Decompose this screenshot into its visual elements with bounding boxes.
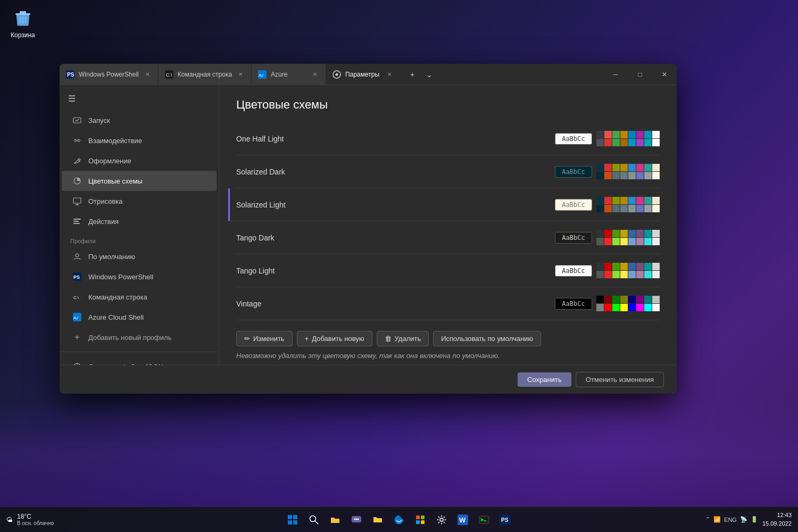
tab-dropdown-button[interactable]: ⌄ — [422, 67, 437, 82]
tab-settings[interactable]: Параметры ✕ — [326, 64, 401, 85]
close-button[interactable]: ✕ — [652, 64, 677, 85]
tab-cmd-close[interactable]: ✕ — [236, 70, 245, 79]
svg-rect-13 — [73, 118, 81, 123]
recycle-bin[interactable]: Корзина — [11, 8, 35, 39]
svg-rect-19 — [73, 221, 79, 222]
terminal2-taskbar-button[interactable]: PS — [496, 510, 515, 529]
cancel-button[interactable]: Отменить изменения — [576, 372, 664, 387]
svg-text:C:\: C:\ — [73, 295, 79, 300]
sidebar-item-color-schemes[interactable]: Цветовые схемы — [62, 171, 217, 191]
folder-button[interactable] — [368, 510, 387, 529]
maximize-button[interactable]: □ — [628, 64, 652, 85]
sidebar-item-cmd-profile[interactable]: C:\ Командная строка — [62, 287, 217, 307]
oform-icon — [72, 156, 82, 165]
sidebar-item-rendering[interactable]: Отрисовка — [62, 191, 217, 211]
swatch-2-5 — [636, 197, 644, 204]
edit-scheme-label: Изменить — [253, 335, 285, 343]
swatch-1-5 — [636, 164, 644, 171]
swatch-4-7 — [652, 263, 660, 270]
swatch-5-12 — [628, 304, 636, 311]
edit-scheme-button[interactable]: ✏ Изменить — [236, 331, 293, 346]
scheme-preview-2: AaBbCc — [555, 197, 660, 212]
sidebar-bottom: Открытие файла JSON — [60, 352, 219, 365]
delete-scheme-button[interactable]: 🗑 Удалить — [377, 331, 429, 346]
swatch-0-4 — [628, 131, 636, 138]
sidebar-item-actions[interactable]: Действия — [62, 211, 217, 231]
swatch-1-8 — [596, 172, 604, 179]
action-buttons: ✏ Изменить + Добавить новую 🗑 Удалить Ис… — [236, 331, 660, 346]
sidebar-item-add-profile[interactable]: + Добавить новый профиль — [62, 327, 217, 347]
lang-label: ENG — [724, 517, 737, 523]
swatch-1-2 — [612, 164, 620, 171]
default-profile-icon — [72, 252, 82, 261]
swatch-3-1 — [604, 230, 612, 237]
hamburger-menu[interactable]: ☰ — [60, 89, 219, 110]
chat-button[interactable] — [347, 510, 366, 529]
terminal-window: PS Windows PowerShell ✕ C:\ Командная ст… — [60, 64, 677, 394]
title-bar: PS Windows PowerShell ✕ C:\ Командная ст… — [60, 64, 677, 85]
start-button[interactable] — [283, 510, 302, 529]
cmd-profile-icon: C:\ — [72, 292, 82, 302]
sidebar-add-profile-label: Добавить новый профиль — [88, 334, 171, 342]
sidebar-item-azure-profile[interactable]: Az Azure Cloud Shell — [62, 307, 217, 327]
swatch-2-3 — [620, 197, 628, 204]
svg-rect-40 — [416, 516, 420, 519]
svg-point-21 — [76, 254, 79, 257]
terminal-taskbar-button[interactable] — [475, 510, 494, 529]
desktop: Корзина PS Windows PowerShell ✕ — [0, 0, 798, 532]
swatch-2-15 — [652, 205, 660, 212]
sidebar-item-vzaimo[interactable]: Взаимодействие — [62, 130, 217, 151]
set-default-scheme-button[interactable]: Использовать по умолчанию — [433, 331, 541, 346]
search-button[interactable] — [304, 510, 323, 529]
svg-rect-31 — [293, 515, 297, 519]
scheme-swatches-0 — [596, 131, 660, 146]
swatch-0-7 — [652, 131, 660, 138]
swatch-3-3 — [620, 230, 628, 237]
chevron-up-icon[interactable]: ⌃ — [705, 516, 710, 523]
cmd-tab-icon: C:\ — [165, 70, 173, 79]
edge-button[interactable] — [389, 510, 409, 529]
minimize-button[interactable]: ─ — [603, 64, 628, 85]
scheme-row-1[interactable]: Solarized DarkAaBbCc — [236, 155, 660, 188]
svg-rect-1 — [20, 11, 26, 13]
save-button[interactable]: Сохранить — [518, 372, 571, 387]
scheme-row-0[interactable]: One Half LightAaBbCc — [236, 122, 660, 155]
swatch-4-10 — [612, 271, 620, 278]
scheme-row-3[interactable]: Tango DarkAaBbCc — [236, 221, 660, 254]
add-scheme-button[interactable]: + Добавить новую — [297, 331, 372, 346]
svg-rect-32 — [288, 520, 292, 525]
tab-powershell-label: Windows PowerShell — [79, 71, 139, 78]
store-button[interactable] — [411, 510, 430, 529]
tab-settings-close[interactable]: ✕ — [385, 70, 394, 79]
sidebar-item-zapusk[interactable]: Запуск — [62, 110, 217, 130]
word-button[interactable]: W — [453, 510, 472, 529]
scheme-row-5[interactable]: VintageAaBbCc — [236, 287, 660, 320]
sidebar-item-powershell-profile[interactable]: PS Windows PowerShell — [62, 267, 217, 287]
scheme-row-4[interactable]: Tango LightAaBbCc — [236, 254, 660, 287]
add-scheme-label: Добавить новую — [312, 335, 364, 343]
swatch-3-13 — [636, 238, 644, 245]
tab-powershell-close[interactable]: ✕ — [143, 70, 152, 79]
sidebar-item-default-profile[interactable]: По умолчанию — [62, 246, 217, 267]
scheme-row-2[interactable]: Solarized LightAaBbCc — [228, 188, 660, 221]
swatch-5-4 — [628, 296, 636, 303]
sidebar-item-open-json[interactable]: Открытие файла JSON — [62, 356, 217, 365]
tab-azure-close[interactable]: ✕ — [311, 70, 319, 79]
file-explorer-button[interactable] — [326, 510, 345, 529]
settings-taskbar-button[interactable] — [432, 510, 451, 529]
tab-azure[interactable]: Az Azure ✕ — [252, 64, 326, 85]
swatch-5-6 — [644, 296, 652, 303]
swatch-0-8 — [596, 139, 604, 146]
tab-cmd[interactable]: C:\ Командная строка ✕ — [159, 64, 252, 85]
swatch-5-9 — [604, 304, 612, 311]
sidebar-item-oform[interactable]: Оформление — [62, 151, 217, 171]
sidebar-cmd-profile-label: Командная строка — [88, 293, 147, 301]
swatch-5-1 — [604, 296, 612, 303]
delete-scheme-label: Удалить — [395, 335, 421, 343]
sidebar-azure-profile-label: Azure Cloud Shell — [88, 313, 144, 321]
swatch-4-13 — [636, 271, 644, 278]
new-tab-button[interactable]: + — [405, 67, 420, 82]
wallpaper-decoration — [0, 400, 798, 506]
add-profile-icon: + — [72, 332, 82, 342]
tab-powershell[interactable]: PS Windows PowerShell ✕ — [60, 64, 159, 85]
